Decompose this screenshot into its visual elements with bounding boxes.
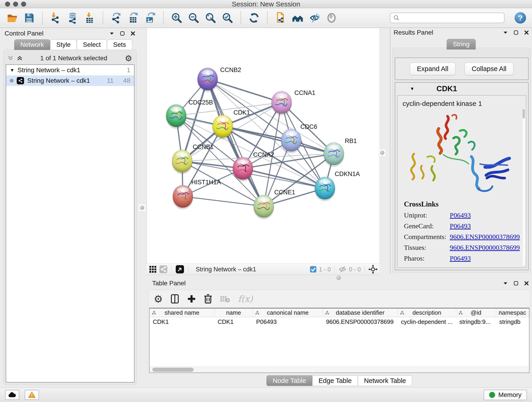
crosslink-link[interactable]: 9606.ENSP00000378699 [450,233,520,241]
network-node-CCNE1[interactable] [253,195,274,219]
collection-expand-icon[interactable]: ▼ [10,68,14,73]
network-node-CCNB2[interactable] [197,68,218,92]
tab-string-results[interactable]: String [447,39,476,50]
open-in-new-window-icon[interactable] [176,265,184,274]
cell-id[interactable]: stringdb:9... [456,318,496,325]
crosslink-link[interactable]: P06493 [450,254,471,262]
apply-layout-icon[interactable] [248,12,260,24]
collapse-all-button[interactable]: Collapse All [465,63,514,75]
open-session-icon[interactable] [6,12,18,24]
column-header-database-identifier[interactable]: database identifier [323,308,398,317]
column-header-canonical-name[interactable]: canonical name [253,308,323,317]
zoom-out-icon[interactable] [187,12,200,24]
network-edge-CCNB2-CCNA1[interactable] [208,79,282,102]
table-row[interactable]: CDK1 CDK1 P06493 9606.ENSP00000378699 cy… [150,317,529,326]
network-collection-row[interactable]: ▼ String Network – cdk1 1 [6,65,134,75]
float-panel-icon[interactable] [514,30,518,35]
network-node-CCNB1[interactable] [172,150,192,174]
network-node-CDC25B[interactable] [166,104,186,129]
expand-all-button[interactable]: Expand All [410,63,456,75]
close-panel-icon[interactable] [524,281,529,286]
hide-graphics-icon[interactable] [308,12,321,24]
import-table-icon[interactable] [83,12,96,24]
results-scrollbar-thumb[interactable] [523,109,525,119]
export-table-icon[interactable] [127,12,139,24]
column-header-namespace[interactable]: namespac [496,308,529,317]
save-session-icon[interactable] [23,12,35,24]
crosslink-link[interactable]: P06493 [450,211,471,219]
help-icon[interactable]: ? [515,12,526,24]
share-view-icon[interactable] [159,265,167,273]
panel-menu-icon[interactable] [503,31,508,34]
network-node-HIST1H1A[interactable] [172,185,193,210]
cell-database-identifier[interactable]: 9606.ENSP00000378699 [323,318,398,325]
expand-all-networks-icon[interactable] [17,55,23,61]
zoom-fit-icon[interactable] [204,12,217,24]
tab-edge-table[interactable]: Edge Table [312,375,358,386]
zoom-selected-icon[interactable] [221,12,234,24]
tab-style[interactable]: Style [50,39,77,50]
import-network-file-icon[interactable] [50,12,62,24]
minimize-window-button[interactable] [13,2,18,7]
network-node-RB1[interactable] [323,143,344,167]
network-options-gear-icon[interactable]: ⚙ [125,54,132,63]
crosslink-link[interactable]: 9606.ENSP00000378699 [450,244,520,251]
column-header-description[interactable]: description [398,308,456,317]
network-from-file-icon[interactable] [274,12,287,24]
network-node-CDK1[interactable] [212,115,233,139]
delete-column-icon[interactable] [204,294,212,304]
network-graph[interactable]: CCNB2CCNA1CDC25BCDK1CDC6RB1CCNB1CCNA2CDK… [147,28,380,263]
close-panel-icon[interactable] [524,30,529,35]
search-input[interactable] [402,14,501,22]
network-node-CDKN1A[interactable] [315,177,335,201]
string-app-icon[interactable] [291,12,304,24]
right-splitter-handle[interactable] [379,149,386,156]
left-splitter-handle[interactable] [138,204,146,211]
selected-checkbox-icon[interactable] [310,266,317,273]
float-panel-icon[interactable] [120,31,125,36]
float-panel-icon[interactable] [514,281,518,286]
collapse-all-networks-icon[interactable] [7,55,13,61]
gene-collapse-icon[interactable]: ▼ [410,86,414,91]
cell-namespace[interactable]: stringdb [496,318,529,325]
cell-shared-name[interactable]: CDK1 [150,318,215,325]
memory-button[interactable]: Memory [484,390,527,400]
import-network-database-icon[interactable] [66,12,79,24]
export-network-icon[interactable] [110,12,122,24]
graphics-details-icon[interactable] [325,12,338,24]
cell-name[interactable]: CDK1 [215,318,253,325]
tab-network-table[interactable]: Network Table [358,375,412,386]
warnings-button[interactable] [25,390,39,400]
network-row[interactable]: String Network – cdk1 11 48 [6,75,134,86]
tab-select[interactable]: Select [77,39,107,50]
add-column-icon[interactable] [187,294,196,303]
table-settings-gear-icon[interactable]: ⚙ [154,293,163,305]
column-header-id[interactable]: @id [456,308,496,317]
column-header-shared-name[interactable]: shared name [150,308,215,317]
tab-sets[interactable]: Sets [107,39,132,50]
tab-node-table[interactable]: Node Table [266,375,312,386]
show-columns-icon[interactable] [171,294,179,304]
birds-eye-navigator-icon[interactable] [368,265,378,274]
network-node-CCNA1[interactable] [271,91,292,115]
gene-section-header[interactable]: ▼ CDK1 [395,83,528,95]
tab-network[interactable]: Network [14,39,50,50]
crosslink-link[interactable]: P06493 [450,222,471,230]
zoom-in-icon[interactable] [171,12,183,24]
table-scrollbar-thumb[interactable] [152,368,194,372]
results-scrollbar[interactable] [522,108,525,265]
maximize-window-button[interactable] [21,2,26,7]
network-edge-CCNB2-CCNE1[interactable] [208,79,264,206]
network-view[interactable]: CCNB2CCNA1CDC25BCDK1CDC6RB1CCNB1CCNA2CDK… [147,28,380,264]
cell-canonical-name[interactable]: P06493 [253,318,323,325]
close-panel-icon[interactable] [131,31,135,36]
cloud-status-button[interactable] [5,390,19,400]
network-node-CCNA2[interactable] [233,157,253,182]
network-node-CDC6[interactable] [281,129,302,153]
panel-menu-icon[interactable] [503,282,508,285]
column-header-name[interactable]: name [215,308,253,317]
close-window-button[interactable] [5,2,10,7]
export-image-icon[interactable] [144,12,156,24]
network-edge-HIST1H1A-CCNE1[interactable] [183,196,264,206]
panel-menu-icon[interactable] [109,32,114,35]
